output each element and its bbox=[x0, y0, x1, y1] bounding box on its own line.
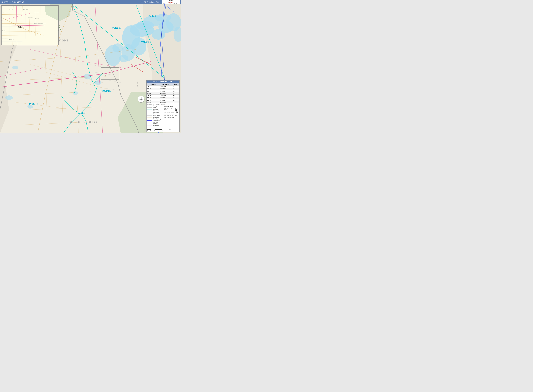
legend-row-interstate: Interstate Highways bbox=[147, 121, 162, 124]
svg-text:20: 20 bbox=[162, 130, 163, 131]
svg-text:East Suffolk Hamlets: East Suffolk Hamlets bbox=[34, 23, 43, 24]
zip-label-23432: 23432 bbox=[112, 26, 121, 30]
primary-line-icon bbox=[147, 111, 152, 111]
legend-row-state-hwy: State Highways bbox=[147, 118, 162, 120]
zip-table-row: 23436 SUFFOLK H1 bbox=[147, 97, 179, 99]
legend-county-label: County bbox=[153, 105, 157, 107]
zip-cell-name: SUFFOLK bbox=[159, 97, 172, 99]
zip-cell-loc: H1 bbox=[172, 97, 179, 99]
city-100k-size: Cities 100,000 and Above bbox=[164, 108, 174, 110]
interstate-line-icon bbox=[147, 123, 152, 123]
city-100k-label: • City bbox=[175, 107, 179, 111]
legend-interstate-label: Interstate Highways bbox=[153, 121, 162, 124]
page-header: SUFFOLK COUNTY, VA 2021 ZIP Code Basic E… bbox=[0, 0, 181, 4]
page-title: SUFFOLK COUNTY, VA bbox=[1, 1, 24, 3]
svg-text:Craddock: Craddock bbox=[9, 9, 13, 10]
svg-text:Miles: Miles bbox=[169, 129, 171, 130]
region-label-wight: WIGHT bbox=[58, 39, 68, 42]
svg-point-25 bbox=[73, 91, 78, 95]
compass-svg: N bbox=[137, 95, 145, 103]
col-zip: ZIP Code bbox=[147, 83, 159, 85]
zip-index-table: ZIP Code ZIP Name LOC 23432 SUFFOLK G1 2… bbox=[147, 83, 179, 104]
zip-label-23435: 23435 bbox=[141, 40, 150, 44]
state-line-icon bbox=[147, 107, 152, 108]
svg-point-129 bbox=[141, 99, 141, 99]
legend-title: 2021 Suffolk County, VA Legend bbox=[147, 103, 179, 105]
zip-table-row: 23433 SUFFOLK H1 bbox=[147, 88, 179, 90]
secondary-line-icon bbox=[147, 113, 152, 113]
svg-text:10: 10 bbox=[154, 130, 155, 131]
state-hwy-line-icon bbox=[147, 119, 152, 119]
zip-cell-code: 23437 bbox=[147, 99, 159, 101]
zip-table-row: 23435 SUFFOLK H2 bbox=[147, 94, 179, 97]
legend-row-toll: Toll Roads bbox=[147, 117, 162, 118]
svg-text:Pleasant Hill: Pleasant Hill bbox=[9, 39, 14, 40]
zip-cell-code: 23436 bbox=[147, 97, 159, 99]
svg-point-20 bbox=[12, 66, 18, 69]
region-label-suffolk-city: SUFFOLK (CITY) bbox=[69, 120, 97, 124]
zip-cell-loc: B2 bbox=[172, 90, 179, 92]
legend-toll2-label: Toll Roads bbox=[153, 125, 159, 126]
svg-point-14 bbox=[152, 29, 165, 40]
svg-rect-115 bbox=[151, 129, 155, 130]
svg-text:N: N bbox=[141, 97, 142, 98]
zip-table-row: 23434 SUFFOLK B2 bbox=[147, 90, 179, 92]
svg-text:North Jerrys: North Jerrys bbox=[23, 9, 28, 10]
legend-col-left: County State ZIP Code Primary Streets Se… bbox=[147, 105, 162, 126]
zip-cell-code: 23434 bbox=[147, 92, 159, 94]
inset-svg: Suffolk Bowers Craddock North Jerrys Wha… bbox=[1, 6, 58, 45]
legend-city-5k: Cities 5,000 - 24,999 • City bbox=[164, 115, 179, 117]
legend-row-zip: ZIP Code bbox=[147, 108, 162, 110]
zip-cell-name: SUFFOLK bbox=[159, 88, 172, 90]
svg-text:Obams: Obams bbox=[16, 42, 19, 42]
legend-col-right: Cities and Towns Cities 100,000 and Abov… bbox=[164, 105, 179, 126]
city-50k-size: Cities 50,000 - 99,999 bbox=[164, 112, 174, 113]
cities-towns-title: Cities and Towns bbox=[164, 106, 179, 107]
svg-point-18 bbox=[112, 43, 123, 52]
svg-text:Saratoga Fields: Saratoga Fields bbox=[2, 33, 9, 33]
svg-text:0: 0 bbox=[147, 130, 148, 131]
zip-cell-loc: F5 bbox=[172, 92, 179, 94]
city-1k-size: Cities 1 - 4,999 bbox=[164, 117, 171, 118]
header-right: 2021 ZIP Code Basic Edition Market MAPS … bbox=[140, 0, 180, 5]
svg-text:Reservoir: Reservoir bbox=[35, 18, 39, 19]
zip-cell-name: SUFFOLK bbox=[159, 85, 172, 88]
zip-cell-name: SUFFOLK bbox=[159, 99, 172, 101]
legend-row-us-hwy: US Highways bbox=[147, 120, 162, 121]
shoulders-label: Shoulders bbox=[137, 82, 138, 87]
legend-row-state: State bbox=[147, 107, 162, 108]
compass-rose: N bbox=[137, 95, 145, 103]
zip-index-title: ZIP Code Index/Grid Locator bbox=[147, 80, 179, 83]
city-50k-label: • City bbox=[175, 111, 179, 113]
zip-table-row: 23432 SUFFOLK G1 bbox=[147, 85, 179, 88]
svg-point-24 bbox=[95, 80, 101, 85]
zip-cell-code: 23434 bbox=[147, 90, 159, 92]
zip-label-23433: 23433 bbox=[148, 14, 156, 18]
legend-row-primary: Primary Streets bbox=[147, 110, 162, 112]
svg-point-64 bbox=[102, 73, 103, 74]
svg-text:Lloyd Place: Lloyd Place bbox=[28, 17, 33, 18]
svg-text:5: 5 bbox=[150, 130, 151, 131]
legend-secondary-label: Secondary Streets bbox=[153, 112, 162, 115]
legend-row-toll2: Toll Roads bbox=[147, 125, 162, 126]
city-25k-label: • City bbox=[175, 113, 178, 115]
svg-text:Bowers: Bowers bbox=[3, 12, 6, 13]
legend-row-secondary: Secondary Streets bbox=[147, 112, 162, 115]
svg-text:South Suffolk: South Suffolk bbox=[2, 38, 7, 39]
inset-map-inner: Suffolk Bowers Craddock North Jerrys Wha… bbox=[1, 6, 58, 45]
svg-rect-117 bbox=[162, 129, 170, 130]
col-loc: LOC bbox=[172, 83, 179, 85]
logo-maps: MAPS bbox=[168, 1, 173, 3]
map-legend: 2021 Suffolk County, VA Legend County St… bbox=[146, 103, 180, 132]
zip-cell-loc: H1 bbox=[172, 88, 179, 90]
logo-brand: Market bbox=[169, 0, 173, 1]
zip-table-row: 23437 SUFFOLK C6 bbox=[147, 99, 179, 101]
legend-minor-label: Minor Streets bbox=[153, 115, 160, 116]
legend-state-label: State bbox=[153, 107, 156, 108]
zip-cell-name: SUFFOLK bbox=[159, 94, 172, 97]
zip-index-legend: ZIP Code Index/Grid Locator ZIP Code ZIP… bbox=[146, 80, 180, 104]
city-5k-size: Cities 5,000 - 24,999 bbox=[164, 115, 173, 116]
toll-line-icon bbox=[147, 117, 152, 117]
zip-cell-loc: H2 bbox=[172, 94, 179, 97]
zip-table-row: 23434 SUFFOLK F5 bbox=[147, 92, 179, 94]
